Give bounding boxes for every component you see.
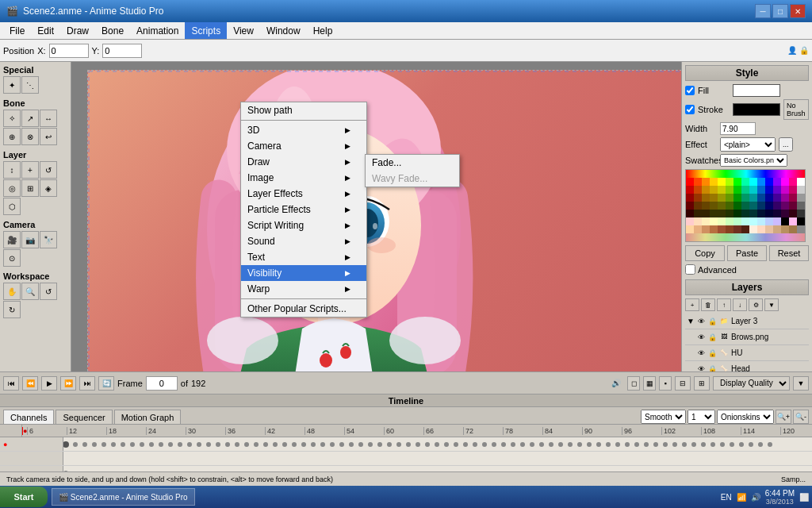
prev-frame-button[interactable]: ⏪: [22, 376, 38, 391]
timeline-zoom-out[interactable]: 🔍-: [793, 410, 809, 424]
workspace-tool-1[interactable]: ✋: [3, 283, 21, 300]
quality-btn-2[interactable]: ▦: [643, 376, 656, 391]
scripts-warp[interactable]: Warp ▶: [241, 281, 366, 297]
workspace-tool-4[interactable]: ↻: [3, 301, 21, 318]
next-frame-button[interactable]: ⏩: [60, 376, 76, 391]
layer-up-button[interactable]: ↑: [717, 298, 731, 311]
bone-tool-6[interactable]: ↩: [40, 128, 57, 145]
bone-tool-5[interactable]: ⊗: [21, 128, 39, 145]
fit-btn[interactable]: ⊟: [675, 376, 691, 391]
close-button[interactable]: ✕: [790, 4, 806, 18]
menu-edit[interactable]: Edit: [31, 22, 60, 39]
scripts-3d[interactable]: 3D ▶: [241, 122, 366, 138]
expand-btn[interactable]: ⊞: [694, 376, 710, 391]
layer-row-layer3[interactable]: ▼ 👁 🔒 📁 Layer 3: [685, 314, 809, 329]
stroke-color-swatch[interactable]: [733, 103, 780, 116]
advanced-checkbox[interactable]: [685, 264, 695, 275]
onionskins-select[interactable]: Onionskins: [717, 410, 774, 424]
menu-bone[interactable]: Bone: [95, 22, 130, 39]
camera-tool-1[interactable]: 🎥: [3, 231, 21, 248]
goto-end-button[interactable]: ⏭: [79, 376, 95, 391]
menu-scripts[interactable]: Scripts: [185, 22, 227, 39]
scripts-other-popular[interactable]: Other Popular Scripts...: [241, 301, 366, 317]
loop-button[interactable]: 🔄: [98, 376, 114, 391]
layer-tool-5[interactable]: ⊞: [21, 179, 39, 197]
scripts-image[interactable]: Image ▶: [241, 170, 366, 186]
fill-color-swatch[interactable]: [733, 84, 780, 97]
tab-motion-graph[interactable]: Motion Graph: [114, 410, 182, 424]
tool-special-2[interactable]: ⋱: [21, 76, 39, 94]
scripts-camera[interactable]: Camera ▶: [241, 138, 366, 154]
timeline-zoom-in[interactable]: 🔍+: [776, 410, 791, 424]
tool-special-1[interactable]: ✦: [3, 76, 21, 94]
workspace-tool-2[interactable]: 🔍: [21, 283, 39, 300]
scripts-particle-effects[interactable]: Particle Effects ▶: [241, 202, 366, 217]
visibility-fade[interactable]: Fade...: [366, 155, 459, 171]
scripts-script-writing[interactable]: Script Writing ▶: [241, 217, 366, 233]
display-quality-select[interactable]: Display Quality: [713, 376, 790, 391]
menu-help[interactable]: Help: [307, 22, 339, 39]
layer-row-brows[interactable]: 👁 🔒 🖼 Brows.png: [685, 329, 809, 345]
scripts-layer-effects[interactable]: Layer Effects ▶: [241, 186, 366, 202]
layer-tool-1[interactable]: ↕: [3, 161, 21, 179]
scripts-text[interactable]: Text ▶: [241, 249, 366, 265]
tray-show-desktop[interactable]: ⬜: [799, 493, 809, 502]
swatches-grid[interactable]: [685, 169, 806, 242]
camera-tool-2[interactable]: 📷: [21, 231, 39, 248]
taskbar-app-item[interactable]: 🎬 Scene2.anme - Anime Studio Pro: [52, 488, 195, 506]
quality-btn-1[interactable]: ◻: [627, 376, 640, 391]
scripts-visibility[interactable]: Visibility ▶: [241, 265, 366, 281]
layer-down-button[interactable]: ↓: [733, 298, 747, 311]
menu-window[interactable]: Window: [260, 22, 307, 39]
effect-options-button[interactable]: ...: [779, 137, 793, 152]
goto-start-button[interactable]: ⏮: [3, 376, 19, 391]
layer-tool-4[interactable]: ◎: [3, 179, 21, 197]
speed-select[interactable]: 1: [688, 410, 715, 424]
audio-icon[interactable]: 🔊: [611, 379, 621, 387]
layer-tool-6[interactable]: ◈: [40, 179, 57, 197]
layer-settings-button[interactable]: ⚙: [749, 298, 763, 311]
layer-tool-7[interactable]: ⬡: [3, 198, 21, 215]
camera-tool-4[interactable]: ⊙: [3, 249, 21, 267]
camera-tool-3[interactable]: 🔭: [40, 231, 57, 248]
track-content-1[interactable]: [63, 437, 812, 451]
bone-tool-4[interactable]: ⊕: [3, 128, 21, 145]
menu-animation[interactable]: Animation: [130, 22, 185, 39]
scripts-draw[interactable]: Draw ▶: [241, 154, 366, 170]
copy-button[interactable]: Copy: [685, 245, 725, 261]
workspace-tool-3[interactable]: ↺: [40, 283, 57, 300]
tab-sequencer[interactable]: Sequencer: [56, 410, 112, 424]
x-input[interactable]: [49, 44, 89, 58]
layer-tool-3[interactable]: ↺: [40, 161, 57, 179]
layer-row-head[interactable]: 👁 🔒 🦴 Head: [685, 361, 809, 371]
frame-input[interactable]: [146, 376, 178, 391]
layer-delete-button[interactable]: 🗑: [701, 298, 715, 311]
fill-checkbox[interactable]: [685, 86, 695, 95]
smooth-select[interactable]: Smooth: [641, 410, 686, 424]
effect-select[interactable]: <plain>: [720, 137, 776, 152]
start-button[interactable]: Start: [0, 487, 48, 507]
menu-view[interactable]: View: [227, 22, 260, 39]
track-content-2[interactable]: [63, 452, 812, 465]
tab-channels[interactable]: Channels: [3, 410, 54, 424]
menu-file[interactable]: File: [3, 22, 31, 39]
y-input[interactable]: [102, 44, 142, 58]
scripts-sound[interactable]: Sound ▶: [241, 233, 366, 249]
minimize-button[interactable]: ─: [755, 4, 771, 18]
no-brush-button[interactable]: NoBrush: [783, 99, 809, 120]
play-button[interactable]: ▶: [41, 376, 57, 391]
swatches-select[interactable]: Basic Colors.png: [720, 154, 787, 167]
maximize-button[interactable]: □: [772, 4, 788, 18]
layer-tool-2[interactable]: +: [21, 161, 39, 179]
canvas-area[interactable]: Show path 3D ▶ Camera ▶ Draw ▶ Image ▶ L…: [71, 62, 681, 371]
reset-button[interactable]: Reset: [769, 245, 809, 261]
bone-tool-1[interactable]: ⟡: [3, 110, 21, 127]
quality-btn-3[interactable]: ▪: [659, 376, 672, 391]
paste-button[interactable]: Paste: [727, 245, 767, 261]
width-input[interactable]: [720, 122, 756, 135]
quality-down-button[interactable]: ▼: [793, 376, 809, 391]
layer-more-button[interactable]: ▼: [764, 298, 779, 311]
bone-tool-2[interactable]: ↗: [21, 110, 39, 127]
bone-tool-3[interactable]: ↔: [40, 110, 57, 127]
menu-show-path[interactable]: Show path: [241, 102, 366, 118]
